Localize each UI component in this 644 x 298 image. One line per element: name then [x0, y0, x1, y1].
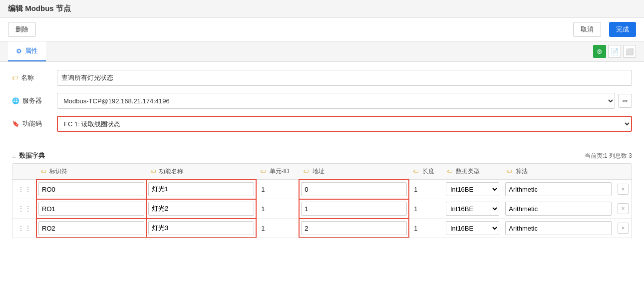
dict-table: 🏷 标识符 🏷 功能名称 🏷 单元-ID 🏷 — [12, 164, 632, 238]
cell-algorithm-2[interactable] — [505, 221, 612, 235]
cell-length-0: 1 — [412, 186, 419, 193]
col-address-icon: 🏷 — [303, 168, 309, 174]
col-datatype-icon: 🏷 — [447, 168, 452, 174]
tab-icons: ⚙ 📄 ⬜ — [593, 45, 636, 58]
dict-table-wrapper: 🏷 标识符 🏷 功能名称 🏷 单元-ID 🏷 — [12, 163, 632, 238]
name-label-text: 名称 — [21, 73, 34, 82]
server-label-icon: 🌐 — [12, 97, 19, 104]
cell-unitid-1: 1 — [259, 205, 267, 213]
finish-button[interactable]: 完成 — [609, 22, 636, 37]
col-algorithm-icon: 🏷 — [506, 168, 512, 174]
col-drag — [12, 164, 36, 180]
form-area: 🏷 名称 🌐 服务器 Modbus-TCP@192.168.21.174:419… — [0, 62, 644, 147]
form-label-name: 🏷 名称 — [12, 73, 57, 82]
cell-funcname-1[interactable] — [148, 202, 254, 216]
col-length-icon: 🏷 — [413, 168, 418, 174]
table-header-row: 🏷 标识符 🏷 功能名称 🏷 单元-ID 🏷 — [12, 164, 632, 180]
drag-handle[interactable]: ⋮⋮ — [15, 185, 33, 193]
server-label-text: 服务器 — [22, 96, 42, 105]
funccode-label-text: 功能码 — [22, 119, 42, 128]
tab-bar: ⚙ 属性 ⚙ 📄 ⬜ — [0, 41, 644, 62]
cell-address-1[interactable] — [301, 202, 407, 216]
col-length-header: 🏷 长度 — [409, 164, 443, 180]
dict-icon: ≡ — [12, 152, 16, 160]
cell-algorithm-1[interactable] — [505, 202, 612, 216]
col-funcname-icon: 🏷 — [150, 168, 156, 174]
cell-datatype-1[interactable]: Int16BEInt16LEInt32BEFloat32BEBoolean — [446, 202, 499, 216]
cell-datatype-0[interactable]: Int16BEInt16LEInt32BEFloat32BEBoolean — [446, 182, 499, 196]
cell-unitid-2: 1 — [259, 225, 267, 232]
dict-section: ≡ 数据字典 当前页:1 列总数 3 🏷 标识符 🏷 功能名 — [0, 147, 644, 298]
cell-datatype-2[interactable]: Int16BEInt16LEInt32BEFloat32BEBoolean — [446, 221, 499, 235]
name-label-icon: 🏷 — [12, 74, 18, 81]
delete-row-0-button[interactable]: × — [618, 184, 629, 195]
cancel-button[interactable]: 取消 — [573, 22, 601, 37]
dict-pagination: 当前页:1 列总数 3 — [585, 152, 632, 160]
cell-address-2[interactable] — [301, 221, 407, 235]
tab-properties-label: 属性 — [25, 46, 38, 55]
dict-title-text: 数据字典 — [19, 151, 45, 160]
form-row-funccode: 🔖 功能码 FC 1: 读取线圈状态 FC 2: 读取离散输入 FC 3: 读取… — [12, 116, 632, 132]
col-delete-header — [615, 164, 632, 180]
page-header: 编辑 Modbus 节点 — [0, 0, 644, 18]
col-datatype-header: 🏷 数据类型 — [443, 164, 502, 180]
cell-funcname-2[interactable] — [148, 221, 254, 235]
page-title: 编辑 Modbus 节点 — [8, 4, 71, 13]
func-code-select[interactable]: FC 1: 读取线圈状态 FC 2: 读取离散输入 FC 3: 读取保持寄存器 … — [57, 116, 632, 132]
form-row-server: 🌐 服务器 Modbus-TCP@192.168.21.174:4196 ✏ — [12, 93, 632, 109]
cell-id-2[interactable] — [38, 221, 144, 235]
cell-id-0[interactable] — [38, 182, 144, 196]
col-id-icon: 🏷 — [40, 168, 46, 174]
col-id-header: 🏷 标识符 — [36, 164, 146, 180]
pencil-icon: ✏ — [623, 97, 628, 105]
cell-algorithm-0[interactable] — [505, 182, 612, 196]
delete-row-2-button[interactable]: × — [618, 223, 629, 234]
cell-address-0[interactable] — [301, 182, 407, 196]
delete-row-1-button[interactable]: × — [618, 203, 629, 214]
name-input[interactable] — [57, 70, 632, 86]
cell-funcname-0[interactable] — [148, 182, 254, 196]
col-unitid-icon: 🏷 — [260, 168, 266, 174]
table-row: ⋮⋮11Int16BEInt16LEInt32BEFloat32BEBoolea… — [12, 199, 632, 219]
tab-icon-document[interactable]: 📄 — [608, 45, 621, 58]
tab-properties[interactable]: ⚙ 属性 — [8, 41, 46, 61]
cell-unitid-0: 1 — [259, 186, 267, 193]
tab-icon-settings[interactable]: ⚙ — [593, 45, 606, 58]
drag-handle[interactable]: ⋮⋮ — [15, 205, 33, 213]
form-row-name: 🏷 名称 — [12, 70, 632, 86]
col-funcname-header: 🏷 功能名称 — [146, 164, 256, 180]
toolbar: 删除 取消 完成 — [0, 18, 644, 41]
cell-length-1: 1 — [412, 205, 419, 213]
delete-button[interactable]: 删除 — [8, 22, 36, 37]
cell-id-1[interactable] — [38, 202, 144, 216]
server-select-wrapper: Modbus-TCP@192.168.21.174:4196 ✏ — [57, 93, 632, 109]
col-algorithm-header: 🏷 算法 — [502, 164, 615, 180]
tab-icon-export[interactable]: ⬜ — [623, 45, 636, 58]
funccode-label-icon: 🔖 — [12, 120, 19, 127]
server-select[interactable]: Modbus-TCP@192.168.21.174:4196 — [57, 93, 615, 109]
dict-header: ≡ 数据字典 当前页:1 列总数 3 — [12, 147, 632, 163]
dict-title: ≡ 数据字典 — [12, 151, 45, 160]
table-row: ⋮⋮11Int16BEInt16LEInt32BEFloat32BEBoolea… — [12, 219, 632, 238]
cell-length-2: 1 — [412, 225, 419, 232]
col-unitid-header: 🏷 单元-ID — [256, 164, 299, 180]
drag-handle[interactable]: ⋮⋮ — [15, 224, 33, 232]
table-row: ⋮⋮11Int16BEInt16LEInt32BEFloat32BEBoolea… — [12, 180, 632, 199]
page-container: 编辑 Modbus 节点 删除 取消 完成 ⚙ 属性 ⚙ 📄 ⬜ 🏷 名称 — [0, 0, 644, 298]
server-edit-button[interactable]: ✏ — [618, 94, 632, 108]
form-label-server: 🌐 服务器 — [12, 96, 57, 105]
settings-icon: ⚙ — [16, 47, 22, 55]
col-address-header: 🏷 地址 — [299, 164, 409, 180]
form-label-funccode: 🔖 功能码 — [12, 119, 57, 128]
